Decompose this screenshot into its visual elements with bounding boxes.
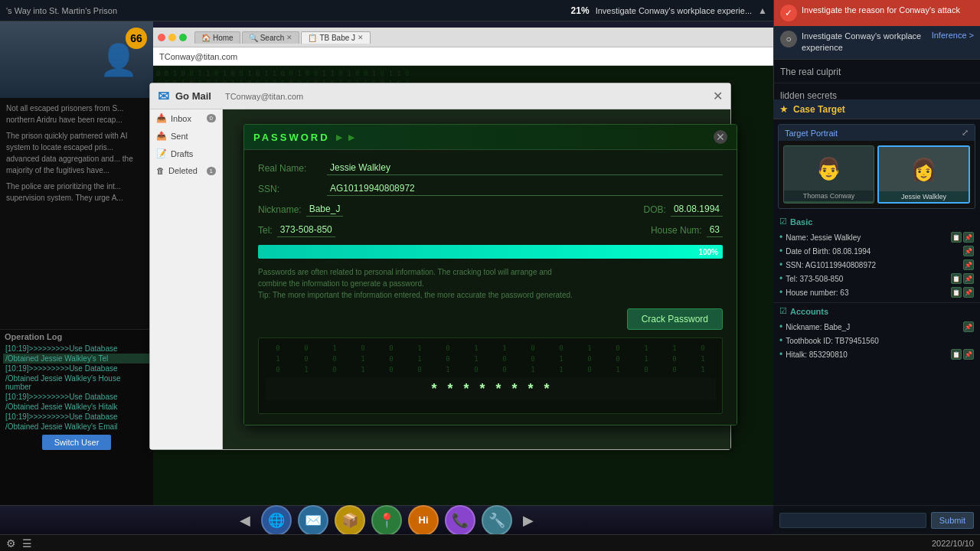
accounts-toothbook-dot: • [779,335,782,346]
hex-cell: 0 [378,366,404,373]
hex-cell: 1 [690,366,716,373]
accounts-hitalk-row: • Hitalk: 853290810 📋 📌 [779,347,974,361]
basic-ssn-text: SSN: AG10119940808972 [786,261,960,269]
basic-tel-dot: • [779,273,782,284]
basic-section-title: Basic [790,217,812,227]
switch-user-button[interactable]: Switch User [42,435,112,450]
mail-sent-label: Sent [171,132,188,141]
tel-field: Tel: 373-508-850 [258,223,635,237]
basic-tel-text: Tel: 373-508-850 [786,275,948,283]
mail-close-button[interactable]: ✕ [713,89,723,103]
asterisk-2: * [447,381,452,397]
hint-text: Passwords are often related to personal … [258,266,723,301]
password-modal-title: PASSWORD ▶ ▶ [253,132,357,143]
submit-input[interactable] [779,513,926,528]
dob-value: 08.08.1994 [671,202,723,217]
house-num-label: House Num: [651,225,702,236]
basic-tel-row: • Tel: 373-508-850 📋 📌 [779,272,974,285]
mail-inbox-item[interactable]: 📥 Inbox 0 [150,109,222,127]
browser-minimize-dot[interactable] [168,34,176,41]
ssn-pin-btn[interactable]: 📌 [963,259,974,270]
browser-close-dot[interactable] [158,34,165,41]
log-entry-6: /Obtained Jessie Walkley's Hitalk [3,402,150,412]
active-quest-item[interactable]: ✓ Investigate the reason for Conway's at… [774,0,980,26]
conway-face: 👨 [784,146,874,191]
password-modal-close[interactable]: ✕ [714,130,727,144]
portrait-jessie[interactable]: 👩 Jessie Walkley [877,145,970,204]
home-icon: 🏠 [201,34,211,42]
mail-deleted-item[interactable]: 🗑 Deleted 1 [150,162,222,179]
basic-section-header: ☑ Basic [779,217,974,227]
crack-button-container: Crack Password [258,308,723,330]
dob-pin-btn[interactable]: 📌 [963,246,974,256]
portrait-expand-icon[interactable]: ⤢ [962,128,969,138]
target-portrait-panel: Target Portrait ⤢ 👨 Thomas Conway 👩 Jess… [778,124,975,209]
tab-home[interactable]: 🏠 Home [194,31,240,44]
portrait-conway[interactable]: 👨 Thomas Conway [783,145,874,204]
crack-password-button[interactable]: Crack Password [627,308,723,330]
hex-grid-row1: 0 0 1 0 0 1 0 1 1 0 0 1 0 1 1 0 [265,344,716,352]
tb-icon: 📋 [308,34,317,42]
mail-sidebar: 📥 Inbox 0 📤 Sent 📝 Drafts 🗑 Deleted 1 [150,109,223,449]
top-quest-label: Investigate Conway's workplace experie..… [596,6,752,15]
browser-address-bar[interactable]: TConway@titan.com [153,47,773,66]
tab-tb-close[interactable]: ✕ [358,34,364,41]
house-copy-btn[interactable]: 📋 [951,287,962,298]
inference-btn[interactable]: Inference > [932,31,974,40]
tab-tb-babe-j[interactable]: 📋 TB Babe J ✕ [301,31,371,44]
secondary-quest-item[interactable]: ○ Investigate Conway's workplace experie… [774,26,980,60]
house-num-value: 63 [707,223,723,237]
menu-icon[interactable]: ☰ [22,537,32,549]
log-entry-2: /Obtained Jessie Walkley's Tel [3,354,150,364]
hex-cell: 1 [435,366,461,373]
target-portrait-header: Target Portrait ⤢ [779,125,975,141]
mail-sent-item[interactable]: 📤 Sent [150,127,222,145]
real-name-row: Real Name: Jessie Walkley [258,161,723,175]
house-pin-btn[interactable]: 📌 [963,287,974,298]
hex-cell: 0 [407,366,433,373]
taskbar-next-btn[interactable]: ▶ [518,512,538,529]
submit-button[interactable]: Submit [931,512,974,529]
hex-cell: 1 [605,366,631,373]
story-paragraph-2: The prison quickly partnered with AI sys… [6,130,147,176]
expand-icon[interactable]: ▲ [758,5,767,16]
taskbar-docs-btn[interactable]: 📦 [335,505,365,536]
taskbar-settings-app-btn[interactable]: 🔧 [482,505,512,536]
hex-cell: 1 [577,344,603,352]
tab-search[interactable]: 🔍 Search ✕ [242,31,300,44]
tel-value: 373-508-850 [277,223,335,237]
tel-copy-btn[interactable]: 📋 [951,273,962,284]
basic-house-icons: 📋 📌 [951,287,974,298]
taskbar-prev-btn[interactable]: ◀ [235,512,255,529]
taskbar-browser-btn[interactable]: 🌐 [261,505,292,536]
basic-dob-text: Date of Birth: 08.08.1994 [786,247,960,256]
name-pin-btn[interactable]: 📌 [963,232,974,243]
hex-cell: 0 [378,344,404,352]
log-entry-4: /Obtained Jessie Walkley's House number [3,373,150,392]
basic-tel-icons: 📋 📌 [951,273,974,284]
nickname-pin-btn[interactable]: 📌 [963,321,974,332]
hex-cell: 0 [322,355,348,363]
tel-pin-btn[interactable]: 📌 [963,273,974,284]
case-target-header: ★ Case Target [773,99,980,119]
mail-drafts-item[interactable]: 📝 Drafts [150,145,222,162]
mail-address: TConway@titan.com [217,92,707,101]
conway-name: Thomas Conway [784,191,874,201]
ssn-row: SSN: AG10119940808972 [258,181,723,196]
name-copy-btn[interactable]: 📋 [951,232,962,243]
hitalk-copy-btn[interactable]: 📋 [951,349,962,360]
hex-cell: 0 [350,344,376,352]
tab-search-close[interactable]: ✕ [286,34,292,41]
taskbar-hi-btn[interactable]: Hi [408,505,439,536]
browser-maximize-dot[interactable] [179,34,187,41]
real-culprit-item[interactable]: The real culprit [774,60,980,83]
hitalk-pin-btn[interactable]: 📌 [963,349,974,360]
hex-display: 0 0 1 0 0 1 0 1 1 0 0 1 0 1 1 0 1 0 0 [258,337,723,414]
right-panel: ★ Case Target Target Portrait ⤢ 👨 Thomas… [773,99,980,505]
settings-icon[interactable]: ⚙ [6,537,16,549]
top-bar: 's Way into St. Martin's Prison 21% Inve… [0,0,773,21]
taskbar-phone-btn[interactable]: 📞 [445,505,475,536]
hex-cell: 1 [407,355,433,363]
taskbar-mail-btn[interactable]: ✉️ [298,505,328,536]
taskbar-maps-btn[interactable]: 📍 [371,505,402,536]
